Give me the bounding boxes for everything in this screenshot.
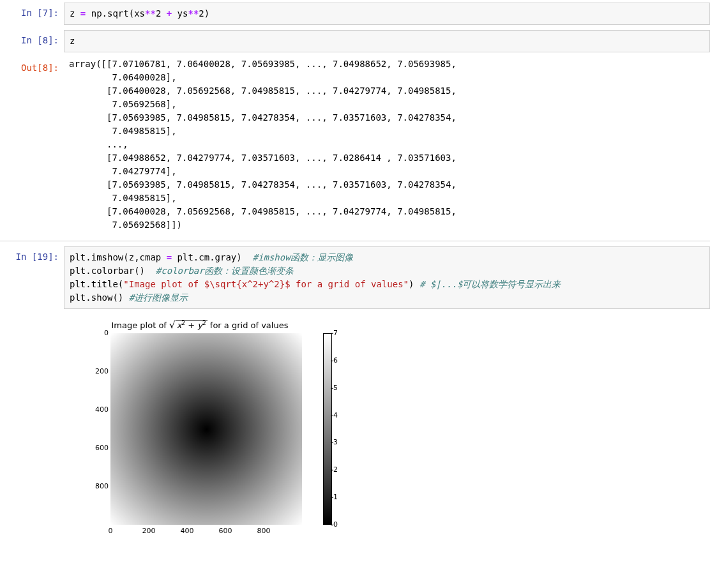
colorbar-tick: 2 — [333, 465, 338, 476]
input-prompt: In [8]: — [0, 30, 64, 47]
y-tick: 600 — [91, 443, 109, 454]
chart-title: Image plot of √x2 + y2 for a grid of val… — [94, 318, 305, 333]
cell-divider — [0, 241, 710, 241]
plot-output: Image plot of √x2 + y2 for a grid of val… — [69, 312, 710, 561]
y-tick: 800 — [91, 481, 109, 492]
x-tick: 800 — [257, 526, 271, 537]
code-cell: In [8]: z — [0, 27, 710, 55]
output-text: array([[7.07106781, 7.06400028, 7.056939… — [64, 57, 710, 236]
output-cell: Out[8]: array([[7.07106781, 7.06400028, … — [0, 55, 710, 238]
y-tick: 400 — [91, 405, 109, 416]
colorbar-tick: 7 — [333, 328, 338, 339]
chart: Image plot of √x2 + y2 for a grid of val… — [69, 318, 350, 554]
colorbar-tick: 0 — [333, 520, 338, 531]
x-tick: 600 — [219, 526, 232, 537]
x-tick: 200 — [142, 526, 156, 537]
heatmap-image — [110, 333, 302, 525]
input-prompt: In [7]: — [0, 3, 64, 20]
colorbar-tick: 5 — [333, 383, 338, 394]
colorbar: 0 1 2 3 4 5 6 7 — [323, 333, 349, 525]
code-input[interactable]: z = np.sqrt(xs**2 + ys**2) — [64, 3, 710, 25]
x-tick: 0 — [109, 526, 113, 537]
y-tick: 200 — [91, 366, 109, 377]
colorbar-tick: 3 — [333, 437, 338, 448]
colorbar-tick: 1 — [333, 492, 338, 503]
colorbar-tick: 4 — [333, 411, 338, 421]
chart-axes: 0 200 400 600 800 0 200 400 600 800 — [94, 333, 305, 531]
code-input[interactable]: z — [64, 30, 710, 52]
x-tick: 400 — [181, 526, 194, 537]
colorbar-tick: 6 — [333, 356, 338, 366]
y-tick: 0 — [91, 328, 109, 339]
output-prompt: Out[8]: — [0, 57, 64, 75]
code-cell: In [7]: z = np.sqrt(xs**2 + ys**2) — [0, 0, 710, 27]
colorbar-gradient — [323, 333, 332, 525]
input-prompt: In [19]: — [0, 246, 64, 264]
code-cell: In [19]: plt.imshow(z,cmap = plt.cm.gray… — [0, 244, 710, 312]
code-input[interactable]: plt.imshow(z,cmap = plt.cm.gray) #imshow… — [64, 246, 710, 309]
